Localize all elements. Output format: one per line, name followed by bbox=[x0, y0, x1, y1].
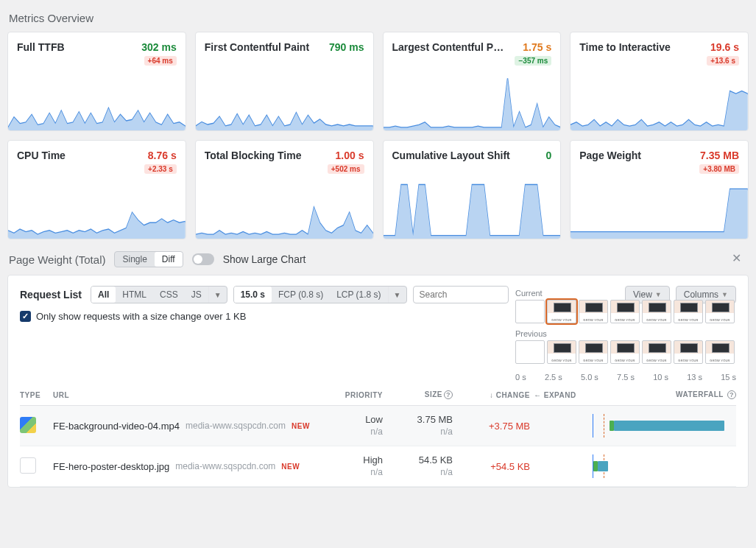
filmstrip-thumb[interactable]: GROW YOUR bbox=[674, 300, 703, 323]
filmstrip-thumb[interactable]: GROW YOUR bbox=[642, 340, 671, 364]
waterfall-bar bbox=[589, 460, 736, 472]
search-input[interactable] bbox=[413, 286, 509, 303]
diff-option[interactable]: Diff bbox=[155, 252, 183, 267]
sparkline bbox=[196, 63, 373, 130]
file-type-icon bbox=[20, 417, 36, 433]
filter-js[interactable]: JS bbox=[185, 287, 208, 303]
metric-value: 1.75 s bbox=[523, 41, 551, 53]
filmstrip-thumb[interactable] bbox=[515, 340, 545, 364]
metric-value: 8.76 s bbox=[148, 150, 177, 161]
metric-label: Cumulative Layout Shift bbox=[392, 150, 542, 161]
metric-label: CPU Time bbox=[17, 150, 144, 161]
th-url: URL bbox=[53, 391, 320, 399]
sparkline bbox=[196, 174, 373, 239]
axis-tick: 0 s bbox=[515, 373, 526, 382]
time-filter-lcp[interactable]: LCP (1.8 s) bbox=[330, 287, 387, 303]
file-host: media-www.sqspcdn.com bbox=[175, 461, 275, 471]
th-type: Type bbox=[20, 391, 49, 399]
metric-card[interactable]: Total Blocking Time 1.00 s +502 ms bbox=[195, 140, 374, 239]
filmstrip-thumb[interactable]: GROW YOUR bbox=[610, 300, 640, 323]
filmstrip-thumb[interactable] bbox=[515, 300, 545, 323]
filmstrip-thumb[interactable]: GROW YOUR bbox=[674, 340, 703, 364]
metric-delta: +13.6 s bbox=[707, 56, 739, 66]
metric-value: 302 ms bbox=[141, 41, 176, 53]
file-name: FE-hero-poster-desktop.jpg bbox=[53, 461, 169, 472]
metric-label: Time to Interactive bbox=[579, 41, 706, 53]
svg-marker-1 bbox=[196, 113, 373, 130]
filmstrip-thumb[interactable]: GROW YOUR bbox=[579, 300, 608, 323]
filmstrip-thumb[interactable]: GROW YOUR bbox=[705, 340, 735, 364]
metric-value: 790 ms bbox=[329, 41, 364, 53]
th-priority: Priority bbox=[324, 391, 383, 399]
metric-card[interactable]: Full TTFB 302 ms +64 ms bbox=[7, 32, 186, 131]
table-row[interactable]: FE-background-video-04.mp4 media-www.sqs… bbox=[20, 406, 736, 446]
filmstrip-thumb[interactable]: GROW YOUR bbox=[610, 340, 640, 364]
page-title: Metrics Overview bbox=[9, 12, 749, 24]
only-size-change-label: Only show requests with a size change ov… bbox=[36, 311, 246, 322]
help-icon[interactable]: ? bbox=[444, 390, 453, 399]
th-change[interactable]: ↓ Change bbox=[456, 391, 530, 399]
metric-card[interactable]: Time to Interactive 19.6 s +13.6 s bbox=[570, 32, 749, 131]
time-filter-value[interactable]: 15.0 s bbox=[234, 287, 272, 303]
sparkline bbox=[8, 66, 186, 130]
svg-marker-2 bbox=[384, 79, 561, 130]
sparkline bbox=[570, 174, 748, 239]
file-type-icon bbox=[20, 457, 36, 474]
toggle-thumb bbox=[194, 255, 202, 264]
th-waterfall[interactable]: Waterfall ? bbox=[589, 390, 736, 399]
table-row[interactable]: FE-hero-poster-desktop.jpg media-www.sqs… bbox=[20, 446, 736, 487]
resource-type-filter[interactable]: All HTML CSS JS ▼ bbox=[91, 286, 227, 303]
priority-cell: Lown/a bbox=[324, 414, 383, 438]
metric-label: First Contentful Paint bbox=[205, 41, 325, 53]
filmstrip-thumb[interactable]: GROW YOUR bbox=[547, 340, 576, 364]
th-size[interactable]: Size? bbox=[386, 390, 453, 399]
section-title-page-weight: Page Weight (Total) bbox=[9, 253, 105, 266]
th-expand: ← Expand bbox=[534, 391, 585, 399]
close-icon[interactable]: ✕ bbox=[727, 250, 746, 267]
filter-all[interactable]: All bbox=[91, 287, 116, 303]
metric-value: 1.00 s bbox=[336, 150, 364, 161]
single-diff-toggle[interactable]: Single Diff bbox=[114, 251, 183, 267]
metric-label: Largest Contentful P… bbox=[392, 41, 519, 53]
axis-tick: 15 s bbox=[721, 373, 736, 382]
help-icon[interactable]: ? bbox=[727, 390, 736, 399]
metric-delta: +502 ms bbox=[328, 164, 364, 174]
metric-card[interactable]: Page Weight 7.35 MB +3.80 MB bbox=[570, 140, 749, 239]
metric-delta: +3.80 MB bbox=[699, 164, 739, 174]
metric-delta: −357 ms bbox=[515, 56, 551, 66]
time-filter-fcp[interactable]: FCP (0.8 s) bbox=[272, 287, 330, 303]
filmstrip-thumb[interactable]: GROW YOUR bbox=[705, 300, 735, 323]
time-filter-dropdown-icon[interactable]: ▼ bbox=[388, 287, 406, 303]
metric-card[interactable]: Largest Contentful P… 1.75 s −357 ms bbox=[383, 32, 562, 131]
axis-tick: 13 s bbox=[687, 373, 702, 382]
show-large-chart-toggle[interactable] bbox=[192, 253, 214, 265]
svg-marker-4 bbox=[8, 213, 186, 239]
priority-cell: Highn/a bbox=[324, 454, 383, 478]
metric-delta: +2.33 s bbox=[144, 164, 177, 174]
filmstrip-thumb[interactable]: GROW YOUR bbox=[547, 300, 576, 323]
single-option[interactable]: Single bbox=[115, 252, 154, 267]
sparkline bbox=[384, 66, 561, 130]
metric-card[interactable]: CPU Time 8.76 s +2.33 s bbox=[7, 140, 186, 239]
size-cell: 54.5 KBn/a bbox=[386, 454, 453, 478]
sparkline bbox=[384, 172, 561, 239]
time-filter[interactable]: 15.0 s FCP (0.8 s) LCP (1.8 s) ▼ bbox=[233, 286, 407, 303]
file-host: media-www.sqspcdn.com bbox=[186, 421, 286, 431]
filmstrip-thumb[interactable]: GROW YOUR bbox=[579, 340, 608, 364]
svg-marker-5 bbox=[196, 208, 373, 239]
metric-card[interactable]: Cumulative Layout Shift 0 bbox=[383, 140, 562, 239]
size-cell: 3.75 MBn/a bbox=[386, 414, 453, 438]
axis-tick: 10 s bbox=[653, 373, 668, 382]
metric-label: Total Blocking Time bbox=[205, 150, 331, 161]
filter-html[interactable]: HTML bbox=[116, 287, 153, 303]
new-badge: NEW bbox=[281, 463, 300, 471]
only-size-change-checkbox[interactable]: ✓ bbox=[20, 311, 31, 322]
filter-css[interactable]: CSS bbox=[153, 287, 185, 303]
metric-card[interactable]: First Contentful Paint 790 ms bbox=[195, 32, 374, 131]
waterfall-bar bbox=[589, 420, 736, 432]
metric-label: Full TTFB bbox=[17, 41, 137, 53]
show-large-chart-label: Show Large Chart bbox=[223, 253, 306, 265]
filmstrip-previous-label: Previous bbox=[515, 329, 736, 338]
filmstrip-thumb[interactable]: GROW YOUR bbox=[642, 300, 671, 323]
filter-more-icon[interactable]: ▼ bbox=[208, 287, 227, 303]
